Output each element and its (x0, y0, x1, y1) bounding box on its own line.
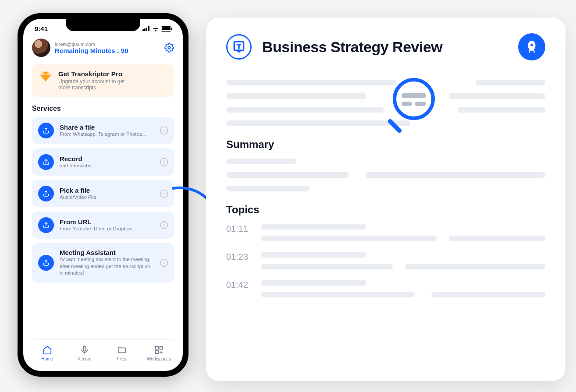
service-meeting-assistant[interactable]: Meeting AssistantAccept meeting assistan… (32, 243, 174, 283)
diamond-icon (39, 70, 52, 83)
home-icon (43, 345, 52, 355)
topic-row[interactable]: 01:11 (226, 224, 545, 247)
info-icon[interactable]: i (160, 190, 168, 198)
service-record[interactable]: Recordand transcribe. i (32, 148, 174, 176)
tab-home[interactable]: Home (28, 340, 66, 367)
upload-icon (38, 123, 54, 138)
summary-heading: Summary (226, 138, 545, 151)
services-heading: Services (32, 105, 174, 113)
result-panel: Business Strategy Review Summary (206, 18, 565, 381)
phone-notch (66, 19, 140, 31)
service-pick-file[interactable]: Pick a fileAudio/Video File i (32, 180, 174, 207)
info-icon[interactable]: i (160, 127, 168, 134)
upload-icon (38, 186, 54, 201)
grid-icon (154, 345, 164, 355)
info-icon[interactable]: i (160, 259, 168, 267)
service-from-url[interactable]: From URLFrom Youtube, Drive or Dropbox..… (32, 212, 174, 239)
user-email: lorem@ipsum.com (55, 42, 160, 47)
mic-icon (80, 345, 89, 355)
svg-rect-2 (155, 346, 158, 349)
upload-icon (38, 217, 54, 233)
tab-files[interactable]: Files (103, 340, 140, 367)
tab-record[interactable]: Record (66, 340, 103, 367)
topics-heading: Topics (226, 204, 545, 216)
tab-workspaces[interactable]: Workspaces (140, 340, 178, 367)
service-share-file[interactable]: Share a fileFrom Whatsapp, Telegram or P… (32, 117, 174, 144)
svg-point-0 (168, 46, 171, 49)
promo-subtitle: Upgrade your account to get more transcr… (58, 78, 137, 91)
svg-rect-9 (415, 102, 426, 106)
user-header: lorem@ipsum.com Remaining Minutes : 90 (32, 39, 174, 57)
upload-icon (38, 154, 54, 170)
svg-rect-7 (402, 93, 426, 98)
svg-rect-1 (83, 346, 86, 351)
transcript-skeleton (226, 80, 545, 126)
wifi-icon (152, 26, 159, 32)
clock: 9:41 (35, 25, 48, 32)
svg-point-6 (395, 80, 433, 118)
phone-mockup: 9:41 lorem@ipsum.com Remaining Minutes :… (18, 13, 188, 377)
svg-rect-8 (402, 102, 412, 106)
magnify-icon (384, 76, 441, 133)
topic-row[interactable]: 01:42 (226, 280, 545, 304)
upload-icon (38, 255, 54, 271)
panel-title: Business Strategy Review (262, 39, 442, 56)
summary-skeleton (226, 159, 545, 191)
transkriptor-logo-icon (226, 34, 252, 60)
tab-bar: Home Record Files Workspaces (28, 339, 178, 367)
folder-icon (117, 345, 127, 355)
battery-icon (161, 26, 171, 32)
info-icon[interactable]: i (160, 221, 168, 229)
rocket-icon[interactable] (518, 33, 545, 60)
timestamp: 01:11 (226, 224, 252, 234)
svg-rect-10 (387, 118, 402, 133)
promo-card[interactable]: Get Transkriptor Pro Upgrade your accoun… (32, 64, 174, 97)
topic-row[interactable]: 01:23 (226, 252, 545, 275)
cellular-icon (142, 26, 150, 31)
timestamp: 01:23 (226, 252, 252, 262)
svg-rect-3 (160, 346, 162, 349)
gear-icon[interactable] (164, 43, 174, 53)
remaining-minutes: Remaining Minutes : 90 (55, 47, 160, 54)
promo-title: Get Transkriptor Pro (58, 70, 137, 78)
avatar[interactable] (32, 39, 50, 57)
svg-rect-4 (155, 351, 158, 353)
timestamp: 01:42 (226, 280, 252, 290)
info-icon[interactable]: i (160, 158, 168, 166)
